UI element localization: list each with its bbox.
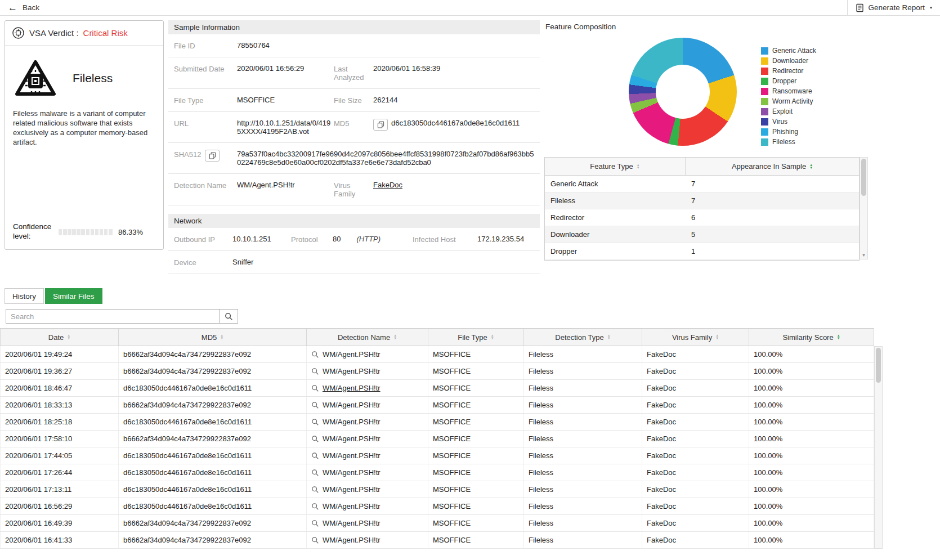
column-header-similarity-score[interactable]: Similarity Score▲▼ <box>749 329 874 346</box>
detection-name-link[interactable]: WM/Agent.PSH!tr <box>311 418 381 426</box>
detection-name-link[interactable]: WM/Agent.PSH!tr <box>311 519 381 527</box>
table-row[interactable]: 2020/06/01 17:44:05d6c183050dc446167a0de… <box>0 447 874 464</box>
copy-icon <box>209 152 216 159</box>
table-row[interactable]: 2020/06/01 18:25:18d6c183050dc446167a0de… <box>0 414 874 431</box>
scrollbar-thumb[interactable] <box>876 348 881 383</box>
submitted-date-value: 2020/06/01 16:56:29 <box>237 64 304 73</box>
cell-file-type: MSOFFICE <box>428 380 524 396</box>
column-header-md5[interactable]: MD5▲▼ <box>119 329 307 346</box>
search-input[interactable] <box>6 309 220 324</box>
generate-report-button[interactable]: Generate Report ▾ <box>847 0 940 15</box>
detection-name-value: WM/Agent.PSH!tr <box>237 181 295 189</box>
table-row[interactable]: 2020/06/01 17:26:44d6c183050dc446167a0de… <box>0 464 874 481</box>
legend-label: Dropper <box>772 77 796 85</box>
sample-information-header: Sample Information <box>168 20 540 34</box>
legend-item[interactable]: Ransomware <box>761 86 816 96</box>
legend-item[interactable]: Exploit <box>761 106 816 117</box>
cell-detection-type: Fileless <box>524 464 642 481</box>
table-row[interactable]: 2020/06/01 18:46:47d6c183050dc446167a0de… <box>0 380 874 397</box>
feature-table-row: Fileless7 <box>545 192 859 209</box>
verdict-title: VSA Verdict : <box>29 28 79 38</box>
table-row[interactable]: 2020/06/01 16:49:39b6662af34d094c4a73472… <box>0 515 874 532</box>
sha512-copy-button[interactable] <box>205 150 220 162</box>
cell-md5: d6c183050dc446167a0de8e16c0d1611 <box>119 414 307 430</box>
table-row[interactable]: 2020/06/01 19:49:24b6662af34d094c4a73472… <box>0 346 874 363</box>
detection-name-link[interactable]: WM/Agent.PSH!tr <box>311 451 381 460</box>
cell-date: 2020/06/01 17:13:11 <box>0 481 119 498</box>
magnifier-icon <box>311 519 319 527</box>
url-label: URL <box>174 119 237 128</box>
table-row[interactable]: 2020/06/01 18:33:13b6662af34d094c4a73472… <box>0 397 874 414</box>
search-button[interactable] <box>220 309 238 324</box>
legend-item[interactable]: Phishing <box>761 127 816 137</box>
legend-item[interactable]: Dropper <box>761 76 816 86</box>
detection-name-link[interactable]: WM/Agent.PSH!tr <box>311 367 381 375</box>
sort-icon: ▲▼ <box>491 334 494 340</box>
similar-files-scrollbar[interactable] <box>874 346 883 549</box>
column-header-detection-name[interactable]: Detection Name▲▼ <box>307 329 428 346</box>
legend-item[interactable]: Downloader <box>761 56 816 66</box>
cell-date: 2020/06/01 18:33:13 <box>0 397 119 413</box>
column-header-detection-type[interactable]: Detection Type▲▼ <box>524 329 642 346</box>
back-arrow-icon: ← <box>8 3 17 12</box>
tab-similar-files[interactable]: Similar Files <box>45 288 102 304</box>
detection-name-link[interactable]: WM/Agent.PSH!tr <box>311 485 381 494</box>
feature-type-cell: Generic Attack <box>545 176 686 192</box>
column-header-feature-type[interactable]: Feature Type ▲▼ <box>545 158 686 175</box>
cell-md5: d6c183050dc446167a0de8e16c0d1611 <box>119 380 307 396</box>
cell-virus-family: FakeDoc <box>642 498 749 514</box>
column-header-file-type[interactable]: File Type▲▼ <box>428 329 524 346</box>
feature-table-scrollbar[interactable]: ▼ <box>860 157 868 259</box>
cell-detection-type: Fileless <box>524 515 642 531</box>
back-button[interactable]: ← Back <box>0 0 47 15</box>
magnifier-icon <box>311 536 319 544</box>
tab-history[interactable]: History <box>5 288 44 304</box>
appearance-count-cell: 6 <box>686 209 859 226</box>
table-row[interactable]: 2020/06/01 17:58:10b6662af34d094c4a73472… <box>0 431 874 447</box>
cell-file-type: MSOFFICE <box>428 447 524 464</box>
column-header-date[interactable]: Date▲▼ <box>0 329 119 346</box>
detection-name-link[interactable]: WM/Agent.PSH!tr <box>311 401 381 409</box>
confidence-percent: 86.33% <box>118 228 143 236</box>
cell-md5: b6662af34d094c4a734729922837e092 <box>119 515 307 531</box>
protocol-value: 80 <box>333 235 341 243</box>
magnifier-icon <box>311 368 319 375</box>
feature-table-row: Downloader5 <box>545 226 859 243</box>
table-row[interactable]: 2020/06/01 16:41:33b6662af34d094c4a73472… <box>0 532 874 549</box>
column-header-virus-family[interactable]: Virus Family▲▼ <box>642 329 749 346</box>
detection-name-link[interactable]: WM/Agent.PSH!tr <box>311 350 381 359</box>
cell-detection-type: Fileless <box>524 414 642 430</box>
detection-name-link[interactable]: WM/Agent.PSH!tr <box>311 502 381 510</box>
table-row[interactable]: 2020/06/01 17:13:11d6c183050dc446167a0de… <box>0 481 874 498</box>
file-type-value: MSOFFICE <box>237 96 275 104</box>
sort-icon: ▲▼ <box>637 164 640 169</box>
legend-item[interactable]: Fileless <box>761 137 816 147</box>
feature-donut-chart[interactable] <box>629 38 737 146</box>
legend-item[interactable]: Redirector <box>761 66 816 76</box>
md5-copy-button[interactable] <box>373 119 388 131</box>
search-row <box>0 304 940 328</box>
scrollbar-thumb[interactable] <box>861 159 866 196</box>
legend-label: Fileless <box>772 138 795 146</box>
table-row[interactable]: 2020/06/01 16:56:29d6c183050dc446167a0de… <box>0 498 874 515</box>
column-header-appearance-in-sample[interactable]: Appearance In Sample ▲▼ <box>686 158 859 175</box>
virus-family-link[interactable]: FakeDoc <box>373 181 402 189</box>
sort-icon: ▲▼ <box>607 334 611 340</box>
file-size-label: File Size <box>334 96 373 105</box>
cell-date: 2020/06/01 17:44:05 <box>0 447 119 464</box>
detection-name-link[interactable]: WM/Agent.PSH!tr <box>311 468 381 477</box>
legend-item[interactable]: Generic Attack <box>761 46 816 56</box>
cell-file-type: MSOFFICE <box>428 532 524 548</box>
feature-table-row: Redirector6 <box>545 209 859 226</box>
detection-name-link[interactable]: WM/Agent.PSH!tr <box>311 434 381 443</box>
detection-name-link[interactable]: WM/Agent.PSH!tr <box>311 536 381 544</box>
cell-file-type: MSOFFICE <box>428 481 524 498</box>
legend-item[interactable]: Virus <box>761 117 816 127</box>
detection-name-link[interactable]: WM/Agent.PSH!tr <box>311 384 381 392</box>
infected-host-value: 172.19.235.54 <box>477 235 524 243</box>
table-row[interactable]: 2020/06/01 19:36:27b6662af34d094c4a73472… <box>0 363 874 380</box>
feature-table-row: Generic Attack7 <box>545 176 859 192</box>
feature-table-header: Feature Type ▲▼ Appearance In Sample ▲▼ <box>545 158 859 176</box>
scrollbar-down-arrow[interactable]: ▼ <box>860 251 867 259</box>
legend-item[interactable]: Worm Activity <box>761 96 816 106</box>
